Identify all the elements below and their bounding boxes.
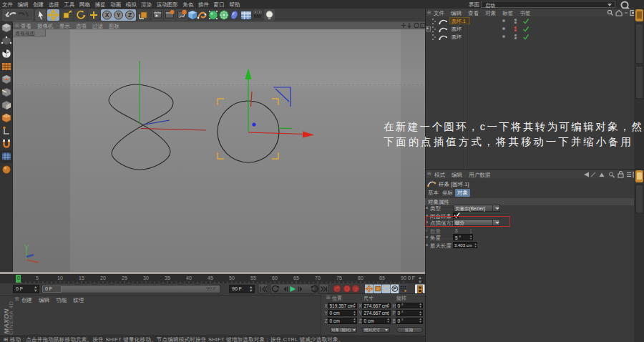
svg-text:P: P <box>393 286 396 291</box>
svg-text:X: X <box>105 11 109 19</box>
svg-text:Z: Z <box>128 11 132 19</box>
svg-text:Y: Y <box>117 11 121 19</box>
svg-text:?: ? <box>354 286 358 293</box>
